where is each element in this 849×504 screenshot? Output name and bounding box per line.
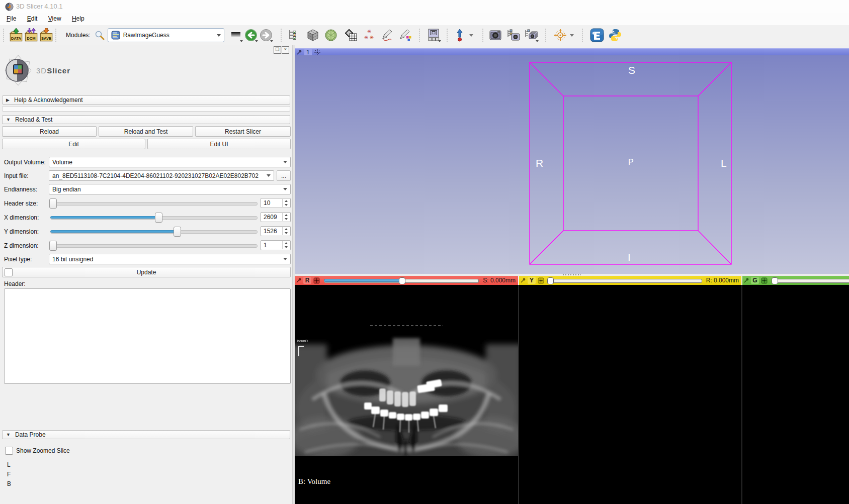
header-size-value: 10: [264, 199, 270, 207]
x-dimension-spinbox[interactable]: 2609: [261, 212, 291, 222]
spin-up-button[interactable]: [283, 213, 290, 217]
slider-handle[interactable]: [49, 241, 57, 251]
expanded-arrow-icon: ▼: [6, 117, 11, 122]
back-button[interactable]: [243, 28, 259, 43]
load-data-button[interactable]: DATA: [9, 28, 24, 43]
input-file-browse-button[interactable]: ...: [277, 170, 291, 181]
slider-track[interactable]: [772, 279, 849, 283]
threeD-view[interactable]: S R P L I: [295, 55, 849, 274]
reload-button[interactable]: Reload: [2, 126, 97, 137]
python-console-button[interactable]: [608, 28, 623, 43]
slider-handle[interactable]: [547, 277, 554, 284]
orientation-box-wireframe: [295, 55, 849, 274]
interaction-mode-button[interactable]: [452, 28, 467, 43]
slider-handle[interactable]: [399, 277, 405, 284]
scene-views-button[interactable]: [524, 28, 539, 43]
update-checkbox[interactable]: [5, 268, 13, 276]
reload-and-test-button[interactable]: Reload and Test: [99, 126, 193, 137]
python-icon: [608, 28, 622, 42]
slider-handle[interactable]: [772, 277, 778, 284]
slider-track[interactable]: [50, 244, 258, 248]
section-reload-test[interactable]: ▼ Reload & Test: [2, 115, 290, 124]
output-volume-combo[interactable]: Volume: [49, 157, 291, 167]
editor-button[interactable]: [398, 28, 413, 43]
header-textarea[interactable]: [4, 288, 291, 384]
pin-icon[interactable]: [296, 278, 301, 283]
pin-icon[interactable]: [521, 278, 526, 283]
pin-icon[interactable]: [297, 50, 302, 55]
pixel-type-combo[interactable]: 16 bit unsigned: [49, 254, 291, 264]
red-view-label[interactable]: R: [303, 277, 311, 284]
panel-close-button[interactable]: ×: [282, 46, 289, 54]
menu-edit[interactable]: Edit: [23, 13, 42, 24]
z-dimension-spinbox[interactable]: 1: [261, 240, 291, 250]
volumes-button[interactable]: [344, 28, 359, 43]
endianness-value: Big endian: [52, 186, 81, 193]
markups-button[interactable]: ✳✳✳: [362, 28, 377, 43]
annotations-button[interactable]: [380, 28, 395, 43]
menu-help[interactable]: Help: [67, 13, 89, 24]
spin-up-button[interactable]: [283, 227, 290, 231]
green-view-label[interactable]: G: [751, 277, 759, 284]
spin-down-button[interactable]: [283, 231, 290, 235]
edit-button[interactable]: Edit: [2, 139, 145, 149]
screenshot-button[interactable]: [488, 28, 503, 43]
volume-rendering-button[interactable]: [305, 28, 320, 43]
interaction-mode-dropdown[interactable]: [467, 28, 475, 43]
view-options-icon[interactable]: [314, 49, 320, 55]
section-help-acknowledgement[interactable]: ▶ Help & Acknowledgement: [2, 95, 290, 105]
yellow-view-label[interactable]: Y: [528, 277, 536, 284]
x-dimension-slider[interactable]: [50, 212, 258, 222]
green-slice-view[interactable]: [742, 285, 849, 504]
show-zoomed-slice-checkbox[interactable]: [5, 447, 13, 455]
extensions-button[interactable]: [589, 28, 605, 43]
slice-link-icon[interactable]: [313, 277, 320, 284]
chevron-down-icon: [438, 40, 441, 42]
panel-float-button[interactable]: ❏: [274, 46, 281, 54]
spin-down-button[interactable]: [283, 203, 290, 207]
yellow-slice-slider[interactable]: [548, 277, 702, 283]
module-selector[interactable]: RawImageGuess: [108, 28, 224, 42]
forward-button[interactable]: [259, 28, 274, 43]
edit-ui-button[interactable]: Edit UI: [147, 139, 291, 149]
y-dimension-slider[interactable]: [50, 226, 258, 236]
slider-handle[interactable]: [155, 213, 162, 223]
yellow-slice-view[interactable]: [519, 285, 741, 504]
models-button[interactable]: [323, 28, 338, 43]
y-dimension-spinbox[interactable]: 1526: [261, 226, 291, 236]
slider-track[interactable]: [548, 279, 702, 283]
update-button[interactable]: Update: [2, 267, 291, 277]
subject-hierarchy-button[interactable]: [286, 28, 301, 43]
restart-slicer-button[interactable]: Restart Slicer: [195, 126, 291, 137]
load-dicom-button[interactable]: DCM: [24, 28, 39, 43]
slider-track[interactable]: [50, 202, 258, 206]
crosshair-button[interactable]: [553, 28, 568, 43]
header-size-slider[interactable]: [50, 198, 258, 208]
layout-button[interactable]: [427, 28, 442, 43]
pin-icon[interactable]: [744, 278, 749, 283]
spin-up-button[interactable]: [283, 199, 290, 203]
red-slice-slider[interactable]: [324, 277, 479, 283]
help-collapsed-content: [2, 106, 290, 112]
slider-handle[interactable]: [49, 198, 57, 209]
crosshair-dropdown[interactable]: [568, 28, 576, 43]
slider-handle[interactable]: [174, 227, 181, 237]
menu-file[interactable]: File: [2, 13, 21, 24]
z-dimension-slider[interactable]: [50, 240, 258, 250]
save-button[interactable]: SAVE: [39, 28, 54, 43]
spin-down-button[interactable]: [283, 217, 290, 221]
slice-link-icon[interactable]: [538, 277, 544, 284]
endianness-combo[interactable]: Big endian: [49, 184, 291, 194]
scene-view-button[interactable]: [506, 28, 521, 43]
module-history-button[interactable]: [228, 28, 243, 43]
section-data-probe[interactable]: ▼ Data Probe: [2, 430, 290, 439]
spin-down-button[interactable]: [283, 245, 290, 249]
menu-view[interactable]: View: [44, 13, 66, 24]
header-size-spinbox[interactable]: 10: [261, 198, 291, 208]
slice-link-icon[interactable]: [761, 277, 768, 284]
module-search-button[interactable]: [94, 28, 106, 43]
spin-up-button[interactable]: [283, 241, 290, 245]
red-slice-view[interactable]: hounʘ B: Volume: [295, 285, 518, 504]
input-file-combo[interactable]: an_8ED5113108-7C2104-4DE204-86021102-920…: [49, 170, 274, 181]
green-slice-slider[interactable]: [772, 277, 849, 283]
